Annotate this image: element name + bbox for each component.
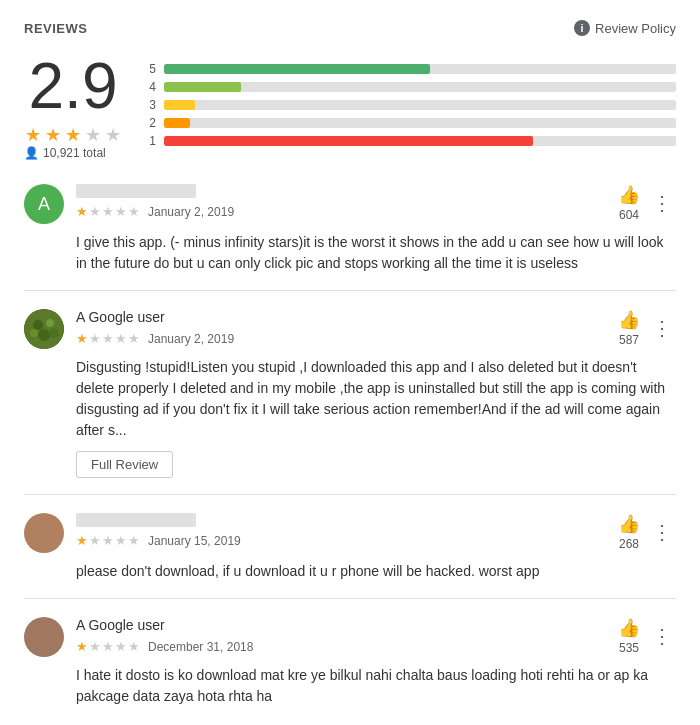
mini-star-3: ★ <box>102 639 114 654</box>
thumbs-up-count: 535 <box>619 641 639 655</box>
avatar <box>24 513 64 553</box>
review-stars-date: ★★★★★ January 15, 2019 <box>76 533 606 548</box>
mini-star-2: ★ <box>89 533 101 548</box>
review-stars-date: ★★★★★ January 2, 2019 <box>76 204 606 219</box>
review-actions: 👍 535 ⋮ <box>618 617 676 655</box>
reviews-title: REVIEWS <box>24 21 87 36</box>
bar-row-5: 5 <box>146 62 676 76</box>
review-item-1: A ★★★★★ January 2, 2019 👍 604 ⋮ I give t… <box>24 184 676 291</box>
mini-stars: ★★★★★ <box>76 204 140 219</box>
rating-total: 👤 10,921 total <box>24 146 122 160</box>
rating-bars: 5 4 3 2 1 <box>146 62 676 152</box>
reviewer-info: A Google user ★★★★★ January 2, 2019 <box>76 309 606 346</box>
review-actions: 👍 268 ⋮ <box>618 513 676 551</box>
review-text: I hate it dosto is ko download mat kre y… <box>76 665 676 707</box>
bar-fill <box>164 82 241 92</box>
bar-fill <box>164 64 430 74</box>
svg-point-5 <box>49 328 59 338</box>
mini-stars: ★★★★★ <box>76 639 140 654</box>
bar-row-2: 2 <box>146 116 676 130</box>
rating-score: 2.9 <box>24 54 122 118</box>
bar-label: 3 <box>146 98 156 112</box>
reviewer-info: A Google user ★★★★★ December 31, 2018 <box>76 617 606 654</box>
bar-label: 5 <box>146 62 156 76</box>
svg-point-3 <box>38 329 50 341</box>
bar-track <box>164 136 676 146</box>
more-options-icon[interactable]: ⋮ <box>648 312 676 344</box>
svg-point-4 <box>30 329 38 337</box>
review-policy-label: Review Policy <box>595 21 676 36</box>
review-actions: 👍 587 ⋮ <box>618 309 676 347</box>
bar-row-4: 4 <box>146 80 676 94</box>
reviewer-name: A Google user <box>76 309 196 325</box>
thumbs-up-count: 587 <box>619 333 639 347</box>
review-header: A Google user ★★★★★ January 2, 2019 👍 58… <box>24 309 676 349</box>
review-actions: 👍 604 ⋮ <box>618 184 676 222</box>
review-header: A Google user ★★★★★ December 31, 2018 👍 … <box>24 617 676 657</box>
review-date: January 2, 2019 <box>148 332 234 346</box>
thumbs-up[interactable]: 👍 535 <box>618 617 640 655</box>
rating-stars: ★ ★ ★ ★ ★ <box>24 124 122 142</box>
mini-star-3: ★ <box>102 533 114 548</box>
mini-star-1: ★ <box>76 331 88 346</box>
mini-star-4: ★ <box>115 639 127 654</box>
full-review-button[interactable]: Full Review <box>76 451 173 478</box>
star-4: ★ <box>84 124 102 142</box>
review-date: January 2, 2019 <box>148 205 234 219</box>
star-1: ★ <box>24 124 42 142</box>
more-options-icon[interactable]: ⋮ <box>648 516 676 548</box>
bar-track <box>164 64 676 74</box>
total-count: 10,921 total <box>43 146 106 160</box>
review-header: A ★★★★★ January 2, 2019 👍 604 ⋮ <box>24 184 676 224</box>
mini-stars: ★★★★★ <box>76 331 140 346</box>
review-item-3: ★★★★★ January 15, 2019 👍 268 ⋮ please do… <box>24 513 676 599</box>
bar-track <box>164 82 676 92</box>
mini-star-4: ★ <box>115 331 127 346</box>
mini-star-3: ★ <box>102 204 114 219</box>
mini-star-2: ★ <box>89 204 101 219</box>
person-icon: 👤 <box>24 146 39 160</box>
mini-star-4: ★ <box>115 204 127 219</box>
bar-row-3: 3 <box>146 98 676 112</box>
reviewer-name-placeholder <box>76 513 196 527</box>
big-rating: 2.9 ★ ★ ★ ★ ★ 👤 10,921 total <box>24 54 122 160</box>
reviews-header: REVIEWS i Review Policy <box>24 20 676 36</box>
star-5: ★ <box>104 124 122 142</box>
bar-track <box>164 118 676 128</box>
mini-star-1: ★ <box>76 533 88 548</box>
thumbs-up[interactable]: 👍 587 <box>618 309 640 347</box>
review-policy-link[interactable]: i Review Policy <box>574 20 676 36</box>
svg-point-2 <box>46 319 54 327</box>
mini-star-2: ★ <box>89 331 101 346</box>
reviewer-info: ★★★★★ January 15, 2019 <box>76 513 606 548</box>
thumbs-up[interactable]: 👍 268 <box>618 513 640 551</box>
thumbs-up[interactable]: 👍 604 <box>618 184 640 222</box>
review-header: ★★★★★ January 15, 2019 👍 268 ⋮ <box>24 513 676 553</box>
review-text: Disgusting !stupid!Listen you stupid ,I … <box>76 357 676 441</box>
bar-fill <box>164 118 190 128</box>
mini-stars: ★★★★★ <box>76 533 140 548</box>
mini-star-2: ★ <box>89 639 101 654</box>
more-options-icon[interactable]: ⋮ <box>648 620 676 652</box>
bar-row-1: 1 <box>146 134 676 148</box>
bar-label: 4 <box>146 80 156 94</box>
thumbs-up-icon: 👍 <box>618 184 640 206</box>
review-date: December 31, 2018 <box>148 640 253 654</box>
review-stars-date: ★★★★★ December 31, 2018 <box>76 639 606 654</box>
bar-label: 1 <box>146 134 156 148</box>
mini-star-5: ★ <box>128 204 140 219</box>
svg-point-1 <box>33 320 43 330</box>
star-3: ★ <box>64 124 82 142</box>
review-item-2: A Google user ★★★★★ January 2, 2019 👍 58… <box>24 309 676 495</box>
more-options-icon[interactable]: ⋮ <box>648 187 676 219</box>
mini-star-5: ★ <box>128 331 140 346</box>
review-text: I give this app. (- minus infinity stars… <box>76 232 676 274</box>
avatar <box>24 617 64 657</box>
bar-track <box>164 100 676 110</box>
mini-star-5: ★ <box>128 533 140 548</box>
mini-star-5: ★ <box>128 639 140 654</box>
mini-star-3: ★ <box>102 331 114 346</box>
mini-star-1: ★ <box>76 204 88 219</box>
review-date: January 15, 2019 <box>148 534 241 548</box>
review-text: please don't download, if u download it … <box>76 561 676 582</box>
